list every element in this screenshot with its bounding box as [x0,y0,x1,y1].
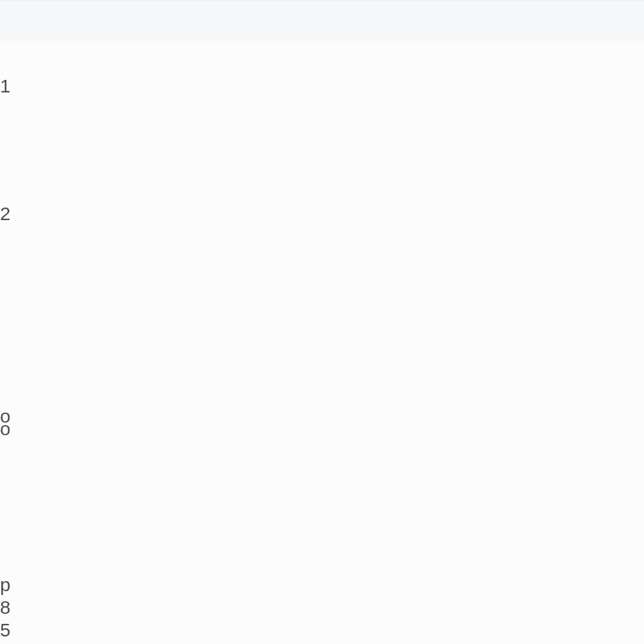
gutter-label-8: 8 [0,596,11,619]
gutter-label-o2: o [0,418,11,440]
gutter-label-p: p [0,574,11,596]
gutter-label-1: 1 [0,75,11,97]
gutter-label-2: 2 [0,203,11,225]
content-area: 1 2 o o p 8 5 [0,40,644,644]
gutter-label-5: 5 [0,619,11,641]
top-bar [0,0,644,40]
